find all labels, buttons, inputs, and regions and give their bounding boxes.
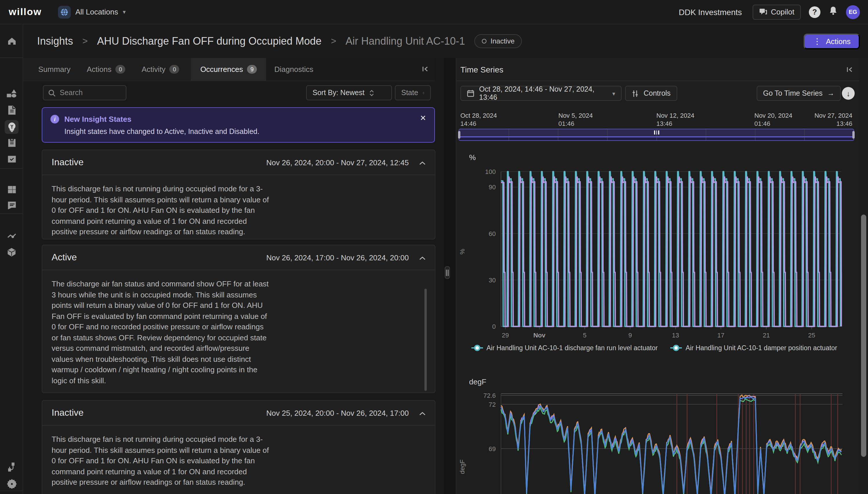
- org-name: DDK Investments: [679, 7, 742, 17]
- collapse-panel-icon[interactable]: [421, 64, 429, 75]
- go-to-time-series-button[interactable]: Go To Time Series →: [757, 86, 841, 101]
- new-insight-states-banner: i New Insight States Insight states have…: [42, 107, 435, 142]
- timeline-label: Nov 5, 202401:46: [558, 111, 593, 128]
- sidebar-insights-lightbulb-icon[interactable]: [5, 120, 19, 134]
- occurrences-toolbar: Sort By: Newest State: [23, 81, 435, 107]
- sidebar-home-icon[interactable]: [5, 34, 19, 48]
- calendar-icon: [467, 89, 475, 97]
- controls-button[interactable]: Controls: [625, 86, 677, 101]
- sort-updown-icon: [369, 90, 374, 96]
- search-input[interactable]: [60, 89, 118, 97]
- tab-activity[interactable]: Activity0: [134, 58, 188, 81]
- legend-item[interactable]: Air Handling Unit AC-10-1 discharge fan …: [471, 344, 658, 352]
- sidebar-trend-icon[interactable]: [5, 229, 19, 243]
- svg-text:25: 25: [808, 332, 815, 339]
- download-icon: ↓: [842, 87, 855, 100]
- percent-chart[interactable]: 100906030029Nov5913172125%%: [456, 144, 860, 357]
- sidebar-cube-icon[interactable]: [5, 245, 19, 259]
- svg-text:29: 29: [502, 332, 509, 339]
- breadcrumb-separator: >: [82, 36, 88, 46]
- svg-text:30: 30: [489, 277, 496, 284]
- occurrence-card[interactable]: Inactive Nov 25, 2024, 20:00 - Nov 26, 2…: [42, 400, 436, 494]
- search-icon: [48, 89, 56, 97]
- help-icon[interactable]: ?: [809, 6, 821, 18]
- actions-button[interactable]: ⋮ Actions: [804, 33, 860, 49]
- sidebar-plug-icon[interactable]: [5, 460, 19, 474]
- occurrence-card-header[interactable]: Inactive Nov 25, 2024, 20:00 - Nov 26, 2…: [42, 401, 435, 425]
- download-button[interactable]: ↓: [841, 86, 856, 101]
- sidebar-dashboard-grid-icon[interactable]: [5, 183, 19, 196]
- breadcrumb-insights[interactable]: Insights: [37, 35, 73, 47]
- sidebar-chat-icon[interactable]: [5, 198, 19, 212]
- scrubber-right-handle[interactable]: [852, 131, 855, 138]
- collapse-panel-icon[interactable]: [845, 65, 853, 75]
- insight-detail-panel: Summary Actions0 Activity0 Occurrences9 …: [23, 58, 444, 494]
- svg-text:13: 13: [672, 332, 679, 339]
- chart-legend: Air Handling Unit AC-10-1 discharge fan …: [471, 344, 837, 352]
- date-range-picker[interactable]: Oct 28, 2024, 14:46 - Nov 27, 2024, 13:4…: [460, 86, 621, 101]
- card-scrollbar[interactable]: [424, 289, 427, 391]
- divider: [456, 81, 860, 81]
- banner-title: New Insight States: [64, 115, 131, 124]
- breadcrumb-row: Insights > AHU Discharge Fan OFF during …: [23, 24, 868, 58]
- occurrence-card[interactable]: Inactive Nov 26, 2024, 20:00 - Nov 27, 2…: [42, 150, 436, 240]
- occurrence-description: This discharge fan is not running during…: [42, 175, 281, 238]
- svg-text:Nov: Nov: [534, 332, 546, 339]
- occurrence-card-header[interactable]: Active Nov 26, 2024, 17:00 - Nov 26, 202…: [42, 245, 435, 270]
- scrollbar-thumb[interactable]: [861, 214, 866, 457]
- sidebar-nav: [0, 24, 23, 494]
- chevron-up-icon[interactable]: [419, 407, 426, 418]
- location-label: All Locations: [75, 7, 118, 16]
- notifications-bell-icon[interactable]: [829, 6, 838, 18]
- state-updown-icon: [423, 90, 424, 96]
- time-range-scrubber[interactable]: [459, 129, 854, 141]
- occurrence-range: Nov 25, 2024, 20:00 - Nov 26, 2024, 17:0…: [266, 408, 409, 417]
- sidebar-check-square-icon[interactable]: [5, 152, 19, 166]
- legend-item[interactable]: Air Handling Unit AC-10-1 damper positio…: [671, 344, 837, 352]
- panel-resize-handle[interactable]: [445, 266, 450, 279]
- tab-actions-badge: 0: [116, 65, 126, 74]
- sort-select[interactable]: Sort By: Newest: [306, 85, 392, 100]
- search-box[interactable]: [43, 85, 127, 100]
- sidebar-divider: [0, 491, 23, 491]
- scrubber-line: [459, 136, 853, 137]
- degf-chart[interactable]: 72.67269degFdegF: [456, 374, 860, 494]
- banner-message: Insight states have changed to Active, I…: [64, 128, 259, 136]
- occurrence-card[interactable]: Active Nov 26, 2024, 17:00 - Nov 26, 202…: [42, 245, 436, 393]
- time-series-title: Time Series: [460, 65, 503, 74]
- tab-actions[interactable]: Actions0: [79, 58, 133, 81]
- status-ring-icon: [482, 39, 486, 43]
- chevron-up-icon[interactable]: [419, 157, 426, 168]
- tab-diagnostics[interactable]: Diagnostics: [266, 65, 321, 74]
- svg-text:degF: degF: [459, 459, 466, 474]
- breadcrumb-asset[interactable]: Air Handling Unit AC-10-1: [346, 35, 465, 47]
- occurrence-state: Active: [52, 252, 77, 263]
- chat-icon: [759, 8, 767, 16]
- scrubber-left-handle[interactable]: [458, 131, 460, 138]
- occurrence-card-header[interactable]: Inactive Nov 26, 2024, 20:00 - Nov 27, 2…: [42, 150, 435, 175]
- occurrence-description: The discharge air fan status and command…: [42, 270, 281, 386]
- status-badge: Inactive: [474, 34, 522, 48]
- sidebar-document-icon[interactable]: [5, 103, 19, 117]
- tab-occurrences[interactable]: Occurrences9: [191, 58, 266, 81]
- svg-text:72: 72: [489, 401, 496, 408]
- svg-text:60: 60: [489, 230, 496, 238]
- close-icon[interactable]: ✕: [420, 114, 426, 122]
- svg-text:100: 100: [485, 168, 496, 175]
- svg-text:degF: degF: [469, 378, 486, 386]
- tab-summary[interactable]: Summary: [30, 58, 79, 81]
- scrubber-grip[interactable]: [654, 131, 659, 134]
- state-select[interactable]: State: [395, 85, 431, 100]
- chevron-up-icon[interactable]: [419, 252, 426, 263]
- location-selector[interactable]: All Locations ▾: [58, 5, 126, 18]
- breadcrumb-skill[interactable]: AHU Discharge Fan OFF during Occupied Mo…: [97, 35, 322, 47]
- avatar[interactable]: EG: [846, 5, 860, 19]
- timeline-label: Nov 27, 202413:46: [814, 111, 852, 128]
- svg-text:5: 5: [583, 332, 586, 339]
- sidebar-clipboard-icon[interactable]: [5, 136, 19, 150]
- sliders-icon: [632, 90, 639, 97]
- copilot-button[interactable]: Copilot: [752, 4, 801, 19]
- sidebar-gear-icon[interactable]: [5, 477, 19, 491]
- sidebar-shapes-icon[interactable]: [5, 87, 19, 101]
- svg-text:9: 9: [628, 332, 632, 339]
